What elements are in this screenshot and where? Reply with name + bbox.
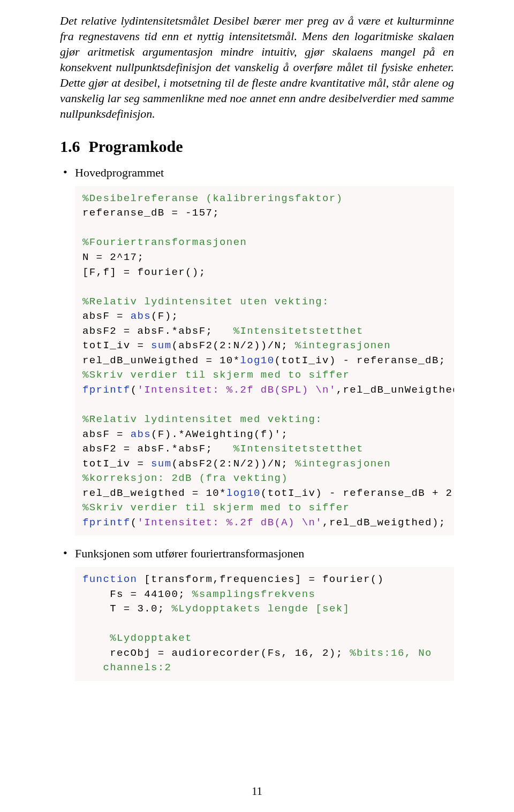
code-line: (F); [151,310,178,322]
code-comment: %Intensitetstetthet [233,443,364,455]
bullet-list: Hovedprogrammet %Desibelreferanse (kalib… [60,165,454,681]
code-line: referanse_dB = -157; [82,207,220,219]
paragraph-intro: Det relative lydintensitetsmålet Desibel… [60,13,454,121]
code-line: [F,f] = fourier(); [82,266,206,278]
code-line: totI_iv = [82,458,151,470]
code-line: rel_dB_unWeigthed = 10* [82,355,240,366]
code-comment: %Fouriertransformasjonen [82,236,247,248]
code-line: ( [131,517,138,528]
code-keyword: abs [131,428,151,440]
page-number: 11 [0,785,514,798]
code-comment: %Relativ lydintensitet med vekting: [82,413,322,425]
code-line: totI_iv = [82,340,151,351]
code-string: 'Intensitet: %.2f dB(SPL) \n' [137,384,336,396]
section-number: 1.6 [60,137,80,155]
code-keyword: fprintf [82,384,131,396]
code-string: 'Intensitet: %.2f dB(A) \n' [137,517,322,528]
code-comment: %Skriv verdier til skjerm med to siffer [82,502,350,514]
code-comment: %Intensitetstetthet [233,325,364,337]
code-line: absF = [82,428,131,440]
code-keyword: function [82,573,137,585]
section-heading: 1.6Programkode [60,137,454,156]
code-comment: %bits:16, No [350,647,432,659]
code-line: T = 3.0; [82,603,171,615]
code-line: absF = [82,310,131,322]
section-title: Programkode [89,137,183,155]
code-line: (absF2(2:N/2))/N; [171,458,294,470]
code-comment: %Lydopptaket [82,632,192,644]
list-item: Funksjonen som utfører fouriertransforma… [60,546,454,680]
code-line: (absF2(2:N/2))/N; [171,340,294,351]
code-line: (totI_iv) - referanse_dB; [274,355,445,366]
code-line: (F).*AWeighting(f)'; [151,428,288,440]
code-block-main: %Desibelreferanse (kalibreringsfaktor) r… [75,186,454,536]
code-line: [transform,frequencies] = fourier() [137,573,384,585]
item-label-main-program: Hovedprogrammet [75,165,454,181]
code-line: Fs = 44100; [82,588,192,600]
item-label-fourier-function: Funksjonen som utfører fouriertransforma… [75,546,454,562]
code-line: ,rel_dB_unWeigthed); [336,384,454,396]
code-comment: %integrasjonen [295,340,391,351]
code-line: rel_dB_weigthed = 10* [82,487,226,499]
code-keyword: log10 [240,355,274,366]
code-line: absF2 = absF.*absF; [82,443,233,455]
code-comment: channels:2 [82,662,171,673]
page: Det relative lydintensitetsmålet Desibel… [0,0,514,812]
code-line: ,rel_dB_weigthed); [322,517,445,528]
code-keyword: abs [131,310,151,322]
list-item: Hovedprogrammet %Desibelreferanse (kalib… [60,165,454,535]
code-comment: %korreksjon: 2dB (fra vekting) [82,472,288,484]
code-keyword: sum [151,458,171,470]
code-line: absF2 = absF.*absF; [82,325,233,337]
code-keyword: fprintf [82,517,131,528]
code-comment: %samplingsfrekvens [192,588,315,600]
code-comment: %integrasjonen [295,458,391,470]
code-block-fourier: function [transform,frequencies] = fouri… [75,567,454,681]
code-comment: %Skriv verdier til skjerm med to siffer [82,369,350,381]
code-line: recObj = audiorecorder(Fs, 16, 2); [82,647,350,659]
code-line: ( [131,384,138,396]
code-comment: %Lydopptakets lengde [sek] [171,603,350,615]
code-keyword: log10 [226,487,261,499]
code-line: N = 2^17; [82,251,144,263]
code-comment: %Desibelreferanse (kalibreringsfaktor) [82,193,343,204]
code-line: (totI_iv) - referanse_dB + 2.0; [261,487,454,499]
code-comment: %Relativ lydintensitet uten vekting: [82,296,329,308]
code-keyword: sum [151,340,171,351]
